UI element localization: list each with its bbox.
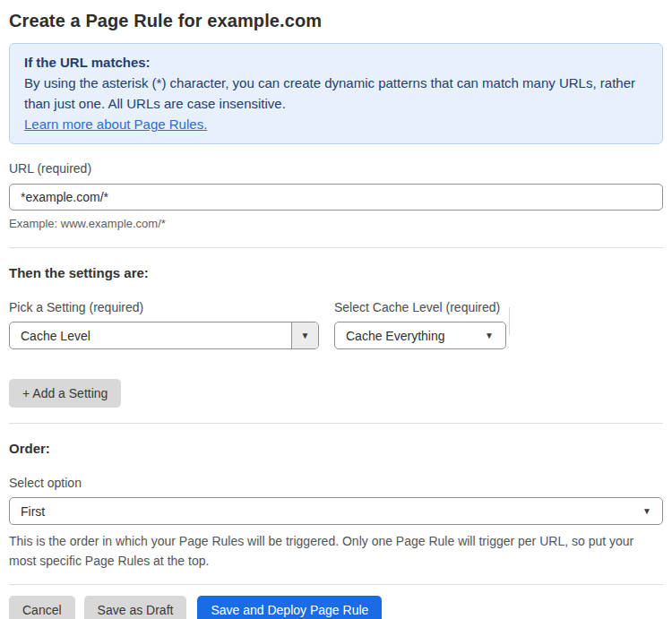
url-input[interactable] bbox=[9, 184, 663, 211]
cache-level-dropdown[interactable]: Cache Everything ▼ bbox=[334, 322, 506, 349]
setting-picker-value: Cache Level bbox=[10, 329, 291, 343]
dropdown-arrow-button[interactable]: ▼ bbox=[291, 322, 318, 348]
cache-level-value: Cache Everything bbox=[335, 329, 485, 343]
chevron-down-icon: ▼ bbox=[301, 331, 310, 340]
url-field-helper: Example: www.example.com/* bbox=[9, 217, 663, 230]
order-helper-text: This is the order in which your Page Rul… bbox=[9, 531, 663, 571]
url-field-label: URL (required) bbox=[9, 161, 663, 176]
divider bbox=[9, 584, 663, 585]
divider bbox=[9, 247, 663, 248]
setting-picker-dropdown[interactable]: Cache Level ▼ bbox=[9, 322, 319, 349]
cache-level-picker-group: Select Cache Level (required) Cache Ever… bbox=[334, 300, 506, 349]
chevron-down-icon: ▼ bbox=[485, 331, 505, 340]
create-page-rule-form: Create a Page Rule for example.com If th… bbox=[0, 0, 672, 619]
order-value: First bbox=[10, 504, 642, 519]
setting-picker-label: Pick a Setting (required) bbox=[9, 300, 319, 314]
form-actions: Cancel Save as Draft Save and Deploy Pag… bbox=[9, 596, 663, 619]
cache-level-label: Select Cache Level (required) bbox=[334, 300, 506, 314]
settings-section-heading: Then the settings are: bbox=[9, 265, 663, 280]
cancel-button[interactable]: Cancel bbox=[9, 596, 75, 619]
add-setting-button[interactable]: + Add a Setting bbox=[9, 379, 121, 408]
learn-more-link[interactable]: Learn more about Page Rules. bbox=[24, 116, 207, 132]
save-and-deploy-button[interactable]: Save and Deploy Page Rule bbox=[197, 596, 382, 619]
order-dropdown[interactable]: First ▼ bbox=[9, 497, 663, 525]
info-box-body: By using the asterisk (*) character, you… bbox=[24, 73, 648, 114]
setting-separator bbox=[509, 307, 510, 335]
chevron-down-icon: ▼ bbox=[642, 507, 662, 516]
info-box-heading: If the URL matches: bbox=[24, 52, 648, 73]
save-as-draft-button[interactable]: Save as Draft bbox=[84, 596, 187, 619]
setting-picker-group: Pick a Setting (required) Cache Level ▼ bbox=[9, 300, 319, 349]
order-select-label: Select option bbox=[9, 476, 663, 490]
divider bbox=[9, 423, 663, 424]
setting-row: Pick a Setting (required) Cache Level ▼ … bbox=[9, 300, 663, 349]
page-title: Create a Page Rule for example.com bbox=[9, 11, 663, 31]
url-match-info-box: If the URL matches: By using the asteris… bbox=[9, 43, 663, 144]
order-section-heading: Order: bbox=[9, 441, 663, 456]
